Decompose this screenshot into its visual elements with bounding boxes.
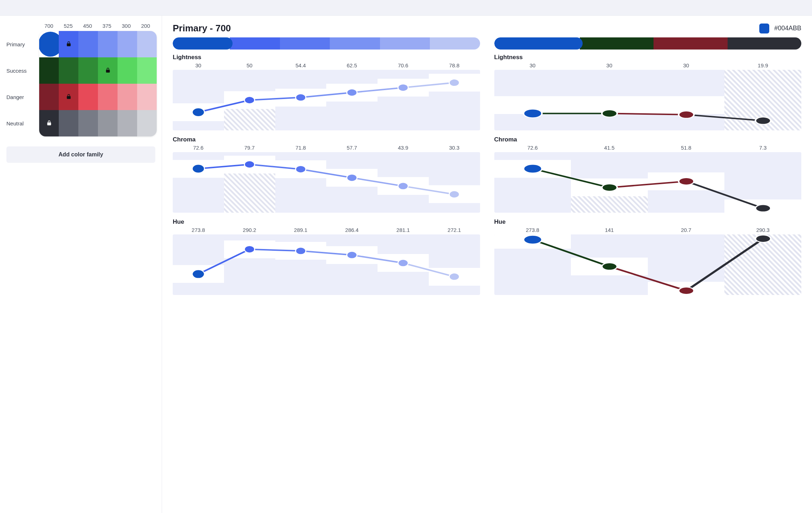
palette-cell[interactable] bbox=[118, 57, 137, 84]
palette-cell[interactable] bbox=[137, 57, 157, 84]
chart-value-row: 72.679.771.857.743.930.3 bbox=[173, 145, 480, 151]
add-color-family-button[interactable]: Add color family bbox=[6, 146, 155, 163]
chart-point[interactable] bbox=[296, 166, 306, 173]
shade-color-strip bbox=[173, 37, 480, 50]
palette-cell[interactable] bbox=[98, 57, 118, 84]
svg-line-18 bbox=[532, 169, 609, 188]
chart-value-cell: 272.1 bbox=[429, 227, 480, 233]
palette-cell[interactable] bbox=[59, 57, 78, 84]
hue-chart-families: Hue 273.814120.7290.3 bbox=[494, 218, 802, 295]
svg-line-14 bbox=[403, 263, 454, 276]
chart-value-row: 72.641.551.87.3 bbox=[494, 145, 802, 151]
chart-point[interactable] bbox=[755, 235, 771, 242]
svg-line-9 bbox=[403, 186, 454, 194]
palette-cell[interactable] bbox=[39, 110, 59, 136]
chart-point[interactable] bbox=[244, 161, 255, 168]
svg-line-22 bbox=[609, 266, 686, 291]
strip-swatch[interactable] bbox=[430, 37, 480, 50]
palette-cell[interactable] bbox=[78, 110, 98, 136]
chart-point[interactable] bbox=[347, 89, 357, 96]
palette-cell[interactable] bbox=[39, 84, 59, 110]
palette-cell[interactable] bbox=[118, 110, 137, 136]
palette-cell[interactable] bbox=[39, 31, 59, 57]
hex-value[interactable]: #004ABB bbox=[774, 25, 801, 32]
chart-point[interactable] bbox=[755, 117, 771, 124]
chart-point[interactable] bbox=[244, 246, 255, 253]
chroma-chart-shades: Chroma 72.679.771.857.743.930.3 bbox=[173, 136, 480, 213]
svg-line-23 bbox=[686, 239, 763, 291]
strip-swatch[interactable] bbox=[728, 37, 801, 50]
palette-cell[interactable] bbox=[39, 57, 59, 84]
chart-area[interactable] bbox=[494, 234, 802, 295]
chart-area[interactable] bbox=[173, 152, 480, 213]
chart-value-row: 273.814120.7290.3 bbox=[494, 227, 802, 233]
strip-swatch[interactable] bbox=[654, 37, 727, 50]
svg-line-19 bbox=[609, 181, 686, 188]
strip-swatch[interactable] bbox=[230, 37, 280, 50]
palette-cell[interactable] bbox=[98, 110, 118, 136]
palette-cell[interactable] bbox=[98, 84, 118, 110]
strip-swatch[interactable] bbox=[580, 37, 654, 50]
chart-point[interactable] bbox=[449, 191, 459, 198]
chart-point[interactable] bbox=[678, 111, 694, 118]
chart-area[interactable] bbox=[173, 234, 480, 295]
svg-line-13 bbox=[352, 255, 403, 263]
chart-point[interactable] bbox=[523, 235, 542, 244]
chart-point[interactable] bbox=[296, 247, 306, 254]
chart-value-cell: 54.4 bbox=[275, 62, 327, 68]
palette-cell[interactable] bbox=[78, 84, 98, 110]
chart-point[interactable] bbox=[602, 110, 617, 117]
palette-cell[interactable] bbox=[59, 110, 78, 136]
chart-point[interactable] bbox=[449, 273, 459, 280]
palette-row-neutral: Neutral bbox=[39, 110, 157, 136]
chart-point[interactable] bbox=[192, 270, 205, 278]
chart-area[interactable] bbox=[494, 70, 802, 130]
chart-point[interactable] bbox=[755, 205, 771, 212]
chart-area[interactable] bbox=[494, 152, 802, 213]
chart-point[interactable] bbox=[192, 108, 205, 116]
hex-display: #004ABB bbox=[759, 24, 801, 33]
palette-cell[interactable] bbox=[137, 84, 157, 110]
chart-point[interactable] bbox=[602, 184, 617, 191]
chart-point[interactable] bbox=[398, 84, 408, 91]
chart-label: Chroma bbox=[494, 136, 802, 143]
chart-point[interactable] bbox=[398, 259, 408, 266]
chart-point[interactable] bbox=[678, 287, 694, 294]
palette-cell[interactable] bbox=[118, 31, 137, 57]
chart-point[interactable] bbox=[192, 165, 205, 173]
palette-cell[interactable] bbox=[59, 31, 78, 57]
chart-point[interactable] bbox=[347, 252, 357, 259]
page-title: Primary - 700 bbox=[173, 23, 231, 34]
hex-swatch[interactable] bbox=[759, 24, 769, 33]
palette-cell[interactable] bbox=[78, 57, 98, 84]
chart-point[interactable] bbox=[602, 263, 617, 270]
chart-point[interactable] bbox=[523, 165, 542, 173]
chart-area[interactable] bbox=[173, 70, 480, 130]
chart-point[interactable] bbox=[398, 182, 408, 190]
palette-cell[interactable] bbox=[137, 110, 157, 136]
family-color-strip bbox=[494, 37, 802, 50]
chart-value-cell: 290.3 bbox=[724, 227, 801, 233]
family-charts-column: Lightness 30303019.9 Chroma 72.641.551.8… bbox=[494, 37, 802, 301]
strip-swatch[interactable] bbox=[280, 37, 330, 50]
chart-value-cell: 72.6 bbox=[494, 145, 571, 151]
shade-header-cell: 200 bbox=[136, 23, 155, 29]
chart-value-cell: 50 bbox=[224, 62, 275, 68]
strip-swatch[interactable] bbox=[380, 37, 430, 50]
chart-point[interactable] bbox=[678, 178, 694, 185]
strip-swatch[interactable] bbox=[494, 37, 583, 50]
palette-cell[interactable] bbox=[137, 31, 157, 57]
svg-line-2 bbox=[301, 93, 352, 98]
palette-cell[interactable] bbox=[98, 31, 118, 57]
chart-value-cell: 30 bbox=[648, 62, 725, 68]
strip-swatch[interactable] bbox=[330, 37, 380, 50]
chart-point[interactable] bbox=[347, 174, 357, 181]
palette-cell[interactable] bbox=[59, 84, 78, 110]
strip-swatch[interactable] bbox=[173, 37, 233, 50]
palette-cell[interactable] bbox=[78, 31, 98, 57]
chart-point[interactable] bbox=[449, 79, 459, 86]
chart-point[interactable] bbox=[244, 97, 255, 104]
chart-point[interactable] bbox=[296, 94, 306, 101]
chart-point[interactable] bbox=[523, 109, 542, 118]
palette-cell[interactable] bbox=[118, 84, 137, 110]
